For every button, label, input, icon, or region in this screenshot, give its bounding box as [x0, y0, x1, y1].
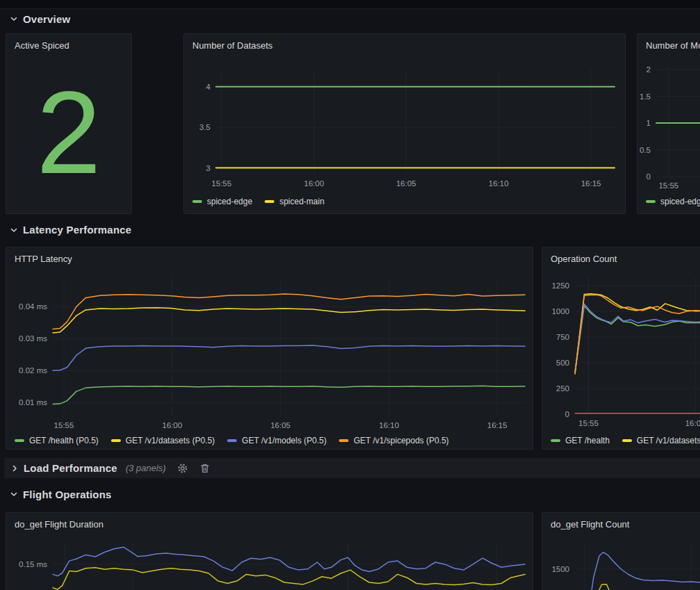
section-header-latency-performance[interactable]: Latency Performance	[0, 220, 700, 239]
panel-http-latency: HTTP Latency 15:5516:0016:0516:1016:150.…	[6, 247, 533, 450]
y-axis-tick-label: 500	[556, 359, 569, 367]
legend-label: spiced-edge	[660, 197, 700, 206]
legend-item[interactable]: GET /v1/datasets	[622, 436, 700, 445]
section-title-load-performance: Load Performance	[24, 462, 117, 474]
legend-item[interactable]: GET /v1/spicepods (P0.5)	[339, 436, 449, 445]
page-top-edge	[0, 0, 700, 9]
panel-title[interactable]: do_get Flight Count	[551, 519, 629, 530]
y-axis-tick-label: 0	[565, 410, 569, 418]
panel-title[interactable]: HTTP Latency	[15, 254, 72, 264]
panel-number-of-datasets: Number of Datasets 15:5516:0016:0516:101…	[183, 33, 626, 214]
y-axis-tick-label: 0	[647, 172, 651, 181]
panel-title[interactable]: Number of Models	[646, 40, 700, 51]
y-axis-tick-label: 2	[647, 65, 651, 74]
panel-do-get-flight-count: do_get Flight Count 1500	[542, 512, 700, 590]
series-line	[53, 308, 525, 333]
y-axis-tick-label: 1	[647, 119, 651, 127]
y-axis-tick-label: 0.04 ms	[19, 302, 47, 311]
y-axis-tick-label: 0.01 ms	[19, 398, 47, 407]
panel-do-get-flight-duration: do_get Flight Duration 0.15 ms	[6, 512, 533, 590]
legend-item[interactable]: GET /health	[551, 436, 610, 445]
legend-label: GET /health (P0.5)	[29, 436, 99, 445]
series-line	[575, 304, 700, 371]
series-line	[584, 552, 700, 590]
x-axis-tick-label: 16:00	[304, 179, 324, 188]
x-axis-tick-label: 15:55	[212, 179, 232, 188]
y-axis-tick-label: 0.5	[640, 146, 651, 154]
legend-label: GET /v1/datasets	[637, 436, 700, 445]
y-axis-tick-label: 0.15 ms	[19, 560, 47, 568]
chart-number-of-datasets: 15:5516:0016:0516:1016:1533.54	[184, 34, 625, 213]
section-title-latency-performance: Latency Performance	[23, 224, 131, 236]
legend-label: GET /v1/datasets (P0.5)	[126, 436, 215, 445]
chart-number-of-models: 15:5516:0000.511.52	[638, 34, 700, 213]
y-axis-tick-label: 0.03 ms	[19, 334, 47, 343]
legend-swatch	[227, 439, 237, 442]
y-axis-tick-label: 1000	[551, 307, 569, 316]
legend-item[interactable]: GET /v1/datasets (P0.5)	[111, 436, 215, 445]
legend-label: spiced-edge	[207, 197, 252, 206]
legend-item[interactable]: GET /health (P0.5)	[15, 436, 99, 445]
y-axis-tick-label: 3.5	[199, 123, 210, 131]
x-axis-tick-label: 15:55	[54, 421, 74, 429]
legend-item[interactable]: GET /v1/models (P0.5)	[227, 436, 326, 445]
panel-title[interactable]: Active Spiced	[15, 40, 69, 51]
legend-item[interactable]: spiced-edge	[646, 197, 700, 206]
panel-title[interactable]: Number of Datasets	[192, 40, 273, 51]
panel-operation-count: Operation Count 15:5516:0002505007501000…	[542, 247, 700, 450]
series-line	[575, 294, 700, 372]
x-axis-tick-label: 16:05	[270, 421, 290, 429]
chevron-down-icon	[10, 226, 18, 234]
section-header-load-performance[interactable]: Load Performance (3 panels)	[4, 458, 700, 478]
trash-icon[interactable]	[199, 463, 210, 474]
section-header-flight-operations[interactable]: Flight Operations	[0, 484, 700, 504]
chart-http-latency: 15:5516:0016:0516:1016:150.01 ms0.02 ms0…	[6, 247, 533, 449]
section-header-overview[interactable]: Overview	[0, 10, 700, 28]
y-axis-tick-label: 250	[556, 384, 569, 393]
panel-active-spiced: Active Spiced 2	[6, 33, 132, 214]
x-axis-tick-label: 16:00	[162, 421, 183, 429]
y-axis-tick-label: 1500	[551, 565, 569, 573]
legend-label: GET /v1/models (P0.5)	[242, 436, 326, 445]
panel-title[interactable]: do_get Flight Duration	[15, 519, 103, 530]
y-axis-tick-label: 1250	[551, 281, 569, 290]
x-axis-tick-label: 16:15	[581, 179, 601, 188]
chart-legend: GET /healthGET /v1/datasetsGET /v1/model…	[551, 436, 700, 445]
chart-legend: spiced-edge	[646, 197, 700, 206]
chevron-right-icon	[10, 464, 19, 473]
y-axis-tick-label: 750	[556, 333, 569, 341]
y-axis-tick-label: 4	[206, 83, 211, 91]
chart-operation-count: 15:5516:00025050075010001250	[542, 247, 700, 449]
chart-legend: spiced-edgespiced-main	[192, 197, 324, 206]
legend-swatch	[192, 200, 202, 203]
legend-swatch	[551, 439, 560, 442]
gear-icon[interactable]	[177, 463, 188, 474]
panel-title[interactable]: Operation Count	[551, 254, 617, 264]
x-axis-tick-label: 16:05	[396, 179, 416, 188]
legend-swatch	[622, 439, 632, 442]
series-line	[53, 568, 525, 589]
legend-label: spiced-main	[279, 197, 324, 206]
series-line	[53, 386, 525, 404]
series-line	[53, 345, 525, 370]
x-axis-tick-label: 16:10	[489, 179, 509, 188]
y-axis-tick-label: 3	[206, 164, 210, 172]
x-axis-tick-label: 16:10	[379, 421, 399, 429]
legend-swatch	[111, 439, 121, 442]
legend-item[interactable]: spiced-edge	[192, 197, 252, 206]
legend-label: GET /v1/spicepods (P0.5)	[353, 436, 449, 445]
legend-swatch	[339, 439, 349, 442]
x-axis-tick-label: 16:00	[685, 419, 700, 427]
series-line	[53, 294, 525, 329]
legend-label: GET /health	[565, 436, 610, 445]
series-line	[53, 547, 525, 576]
stat-value: 2	[6, 52, 131, 213]
x-axis-tick-label: 15:55	[658, 181, 678, 190]
legend-swatch	[646, 200, 656, 203]
legend-swatch	[15, 439, 24, 442]
chart-legend: GET /health (P0.5)GET /v1/datasets (P0.5…	[15, 436, 449, 445]
y-axis-tick-label: 0.02 ms	[19, 366, 47, 375]
chevron-down-icon	[10, 490, 18, 498]
legend-item[interactable]: spiced-main	[265, 197, 324, 206]
legend-swatch	[265, 200, 274, 203]
